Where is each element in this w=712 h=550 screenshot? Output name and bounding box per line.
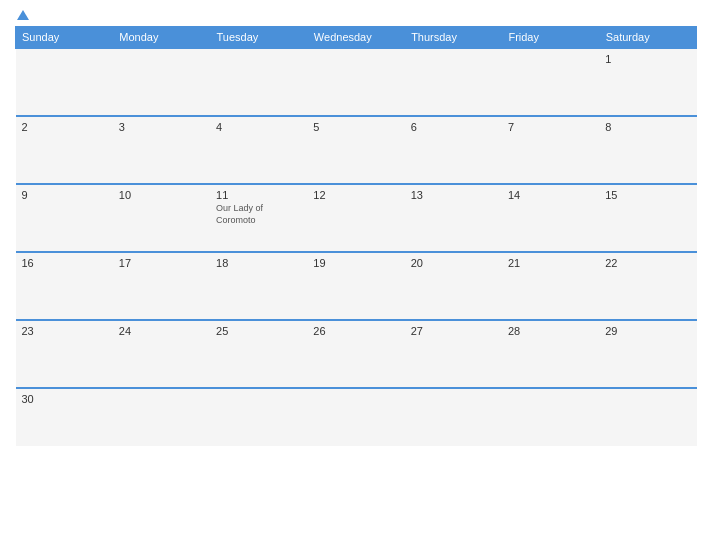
header xyxy=(15,10,697,20)
day-number: 9 xyxy=(22,189,107,201)
calendar-cell: 2 xyxy=(16,116,113,184)
day-number: 17 xyxy=(119,257,204,269)
calendar-cell: 11Our Lady of Coromoto xyxy=(210,184,307,252)
calendar-cell: 12 xyxy=(307,184,404,252)
day-number: 11 xyxy=(216,189,301,201)
week-row-0: 1 xyxy=(16,48,697,116)
week-row-1: 2345678 xyxy=(16,116,697,184)
day-number: 15 xyxy=(605,189,690,201)
day-number: 16 xyxy=(22,257,107,269)
calendar-cell xyxy=(405,388,502,446)
calendar-cell: 7 xyxy=(502,116,599,184)
day-number: 10 xyxy=(119,189,204,201)
week-row-4: 23242526272829 xyxy=(16,320,697,388)
day-number: 13 xyxy=(411,189,496,201)
calendar-cell xyxy=(307,48,404,116)
day-number: 2 xyxy=(22,121,107,133)
weekday-saturday: Saturday xyxy=(599,27,696,49)
day-number: 20 xyxy=(411,257,496,269)
calendar-cell: 14 xyxy=(502,184,599,252)
calendar-container: SundayMondayTuesdayWednesdayThursdayFrid… xyxy=(0,0,712,550)
calendar-grid: SundayMondayTuesdayWednesdayThursdayFrid… xyxy=(15,26,697,446)
day-number: 1 xyxy=(605,53,690,65)
calendar-cell xyxy=(210,388,307,446)
calendar-cell xyxy=(113,48,210,116)
calendar-cell: 19 xyxy=(307,252,404,320)
day-number: 8 xyxy=(605,121,690,133)
weekday-header-row: SundayMondayTuesdayWednesdayThursdayFrid… xyxy=(16,27,697,49)
calendar-cell: 22 xyxy=(599,252,696,320)
calendar-cell: 18 xyxy=(210,252,307,320)
calendar-cell: 8 xyxy=(599,116,696,184)
weekday-thursday: Thursday xyxy=(405,27,502,49)
calendar-cell: 25 xyxy=(210,320,307,388)
day-number: 29 xyxy=(605,325,690,337)
calendar-cell: 28 xyxy=(502,320,599,388)
day-number: 22 xyxy=(605,257,690,269)
day-number: 28 xyxy=(508,325,593,337)
week-row-3: 16171819202122 xyxy=(16,252,697,320)
calendar-cell xyxy=(113,388,210,446)
day-number: 19 xyxy=(313,257,398,269)
calendar-cell: 26 xyxy=(307,320,404,388)
day-number: 4 xyxy=(216,121,301,133)
weekday-tuesday: Tuesday xyxy=(210,27,307,49)
calendar-cell: 1 xyxy=(599,48,696,116)
calendar-cell: 21 xyxy=(502,252,599,320)
calendar-cell: 30 xyxy=(16,388,113,446)
logo xyxy=(15,10,29,20)
calendar-cell: 24 xyxy=(113,320,210,388)
calendar-cell xyxy=(16,48,113,116)
calendar-cell xyxy=(307,388,404,446)
day-number: 18 xyxy=(216,257,301,269)
calendar-cell: 20 xyxy=(405,252,502,320)
day-number: 26 xyxy=(313,325,398,337)
calendar-cell xyxy=(405,48,502,116)
calendar-cell xyxy=(502,48,599,116)
calendar-cell: 29 xyxy=(599,320,696,388)
calendar-cell: 4 xyxy=(210,116,307,184)
week-row-2: 91011Our Lady of Coromoto12131415 xyxy=(16,184,697,252)
weekday-sunday: Sunday xyxy=(16,27,113,49)
week-row-5: 30 xyxy=(16,388,697,446)
calendar-cell: 15 xyxy=(599,184,696,252)
calendar-cell: 16 xyxy=(16,252,113,320)
calendar-cell: 17 xyxy=(113,252,210,320)
holiday-name: Our Lady of Coromoto xyxy=(216,203,301,226)
calendar-cell: 10 xyxy=(113,184,210,252)
day-number: 30 xyxy=(22,393,107,405)
day-number: 7 xyxy=(508,121,593,133)
weekday-wednesday: Wednesday xyxy=(307,27,404,49)
weekday-friday: Friday xyxy=(502,27,599,49)
calendar-cell xyxy=(599,388,696,446)
calendar-cell: 9 xyxy=(16,184,113,252)
calendar-cell: 3 xyxy=(113,116,210,184)
day-number: 21 xyxy=(508,257,593,269)
day-number: 12 xyxy=(313,189,398,201)
day-number: 3 xyxy=(119,121,204,133)
calendar-cell: 13 xyxy=(405,184,502,252)
calendar-cell xyxy=(502,388,599,446)
calendar-cell: 5 xyxy=(307,116,404,184)
day-number: 5 xyxy=(313,121,398,133)
day-number: 25 xyxy=(216,325,301,337)
calendar-cell: 27 xyxy=(405,320,502,388)
weekday-monday: Monday xyxy=(113,27,210,49)
logo-triangle-icon xyxy=(17,10,29,20)
day-number: 27 xyxy=(411,325,496,337)
calendar-cell: 23 xyxy=(16,320,113,388)
calendar-cell xyxy=(210,48,307,116)
calendar-cell: 6 xyxy=(405,116,502,184)
day-number: 24 xyxy=(119,325,204,337)
day-number: 23 xyxy=(22,325,107,337)
day-number: 14 xyxy=(508,189,593,201)
day-number: 6 xyxy=(411,121,496,133)
